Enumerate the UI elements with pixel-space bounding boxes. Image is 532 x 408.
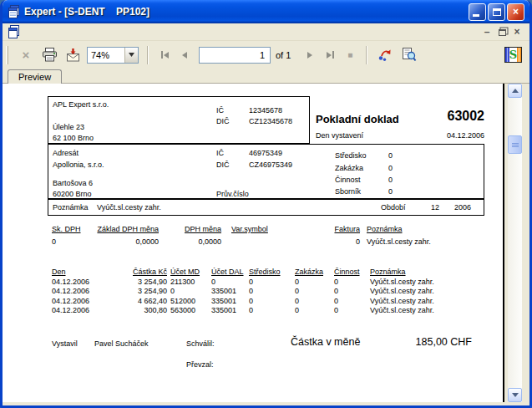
toolbar-grip[interactable]: [6, 46, 8, 64]
supplier-name: APL Expert s.r.o.: [53, 100, 109, 109]
cell-cinnost: 0: [331, 297, 367, 307]
issued-by-name: Pavel Sucháček: [94, 339, 149, 348]
zoom-select[interactable]: 74%: [87, 47, 139, 64]
addressee-ic-value: 46975349: [249, 149, 282, 157]
vat-value-sk: 0: [52, 237, 89, 247]
col-den: Den: [52, 268, 117, 278]
addressee-ic-label: IČ: [216, 149, 224, 157]
scroll-up-button[interactable]: [508, 84, 522, 98]
vat-header-note: Poznámka: [367, 225, 403, 233]
cell-den: 04.12.2006: [52, 278, 117, 288]
preview-toolbar: × 74%: [3, 41, 529, 69]
cell-zakazka: 0: [291, 297, 331, 307]
toolbar-separator: [366, 46, 367, 64]
addressee-dic-label: DIČ: [216, 161, 230, 169]
pane-margin: [522, 84, 527, 402]
col-ucet-dal: Účet DAL: [211, 268, 244, 276]
export-button[interactable]: [62, 45, 84, 65]
dim-activity-value: 0: [374, 176, 393, 184]
supplier-ic-value: 12345678: [249, 106, 282, 115]
app-icon[interactable]: [8, 5, 21, 18]
supplier-ic-label: IČ: [216, 106, 224, 115]
first-page-icon: [164, 52, 169, 59]
mdi-close-button[interactable]: ×: [509, 25, 524, 38]
maximize-icon: [493, 8, 501, 16]
cell-ucet-dal: 335001: [208, 297, 246, 307]
chevron-down-icon: [129, 53, 134, 57]
vat-value-var: [221, 237, 323, 247]
relations-arrow-icon: [377, 48, 393, 62]
cell-zakazka: 0: [291, 287, 331, 297]
document-icon[interactable]: [8, 25, 21, 38]
mdi-restore-button[interactable]: [494, 25, 509, 38]
export-envelope-icon: [65, 48, 81, 62]
col-poznamka: Poznámka: [370, 268, 406, 276]
cell-cinnost: 0: [331, 287, 367, 297]
supplier-street: Úlehle 23: [53, 123, 84, 131]
arrow-up-icon: [512, 89, 519, 93]
relations-button[interactable]: [374, 45, 396, 65]
vat-header-sk: Sk. DPH: [52, 224, 89, 235]
maximize-button[interactable]: [488, 3, 505, 21]
print-button[interactable]: [38, 45, 60, 65]
first-page-button[interactable]: [155, 46, 174, 64]
vat-header-vat: DPH měna: [159, 224, 221, 235]
dim-order-value: 0: [374, 164, 393, 172]
vertical-scrollbar[interactable]: [508, 84, 522, 402]
restore-icon: [499, 29, 506, 36]
postings-table: Den Částka Kč Účet MD Účet DAL Středisko…: [48, 268, 484, 316]
report-page: APL Expert s.r.o. IČ 12345678 DIČ CZ1234…: [3, 84, 504, 402]
cell-poznamka: Vyúčt.sl.cesty zahr.: [367, 287, 484, 297]
cell-stredisko: 0: [246, 306, 291, 316]
issued-by-label: Vystavil: [52, 339, 78, 348]
close-button[interactable]: ×: [507, 3, 524, 21]
cell-ucet-md: 211300: [167, 278, 208, 288]
scrollbar-thumb[interactable]: [508, 135, 522, 154]
table-row: 04.12.2006 3 254,90 0 335001 0 0 0 Vyúčt…: [52, 287, 484, 297]
minimize-icon: [473, 14, 479, 17]
cell-castka: 4 662,40: [117, 297, 167, 307]
minimize-button[interactable]: [469, 3, 486, 21]
close-preview-button[interactable]: ×: [15, 45, 37, 65]
cell-zakazka: 0: [291, 278, 331, 288]
arrow-down-icon: [512, 393, 519, 397]
tab-preview[interactable]: Preview: [8, 69, 62, 84]
next-page-button[interactable]: [301, 46, 319, 64]
mdi-minimize-button[interactable]: –: [479, 25, 494, 38]
cell-poznamka: Vyúčt.sl.cesty zahr.: [367, 306, 484, 316]
vat-header-invoice: Faktura: [323, 224, 360, 235]
sdent-logo-icon: S: [504, 47, 522, 63]
addressee-city: 60200 Brno: [53, 190, 92, 198]
cell-ucet-md: 563000: [167, 306, 208, 316]
addressee-label: Adresát: [53, 149, 79, 157]
svg-text:S: S: [509, 48, 516, 61]
amount-value: 185,00 CHF: [416, 336, 472, 348]
last-page-button[interactable]: [321, 46, 339, 64]
stop-button[interactable]: ■: [341, 46, 359, 64]
addressee-street: Bartošova 6: [53, 179, 93, 187]
zoom-dropdown-button[interactable]: [124, 48, 138, 63]
cell-ucet-dal: 0: [208, 278, 246, 288]
page-count-label: of 1: [276, 50, 291, 60]
col-cinnost: Činnost: [334, 268, 360, 276]
issue-date-label: Den vystavení: [316, 131, 363, 140]
cell-ucet-md: 0: [167, 287, 208, 297]
vat-value-invoice: 0: [323, 237, 360, 247]
page-number-input[interactable]: [199, 47, 271, 64]
app-logo-button[interactable]: S: [503, 46, 523, 64]
cell-castka: 3 254,90: [117, 278, 167, 288]
vat-value-note: Vyúčt.sl.cesty zahr.: [360, 237, 484, 247]
previous-page-button[interactable]: [175, 46, 194, 64]
col-zakazka: Zakázka: [295, 268, 323, 276]
col-ucet-md: Účet MD: [170, 268, 200, 276]
table-header-row: Den Částka Kč Účet MD Účet DAL Středisko…: [52, 268, 484, 278]
scroll-down-button[interactable]: [508, 388, 522, 402]
find-in-preview-button[interactable]: [398, 45, 419, 65]
vat-value-row: 0 0,0000 0,0000 0 Vyúčt.sl.cesty zahr.: [52, 237, 484, 247]
supplier-box: APL Expert s.r.o. IČ 12345678 DIČ CZ1234…: [48, 96, 310, 144]
vat-header-row: Sk. DPH Základ DPH měna DPH měna Var.sym…: [52, 224, 484, 235]
window-title: Expert - [S-DENT PP102]: [24, 6, 469, 18]
mdi-bar: – ×: [3, 23, 529, 41]
supplier-dic-value: CZ12345678: [249, 117, 292, 125]
note-label: Poznámka: [53, 203, 89, 212]
